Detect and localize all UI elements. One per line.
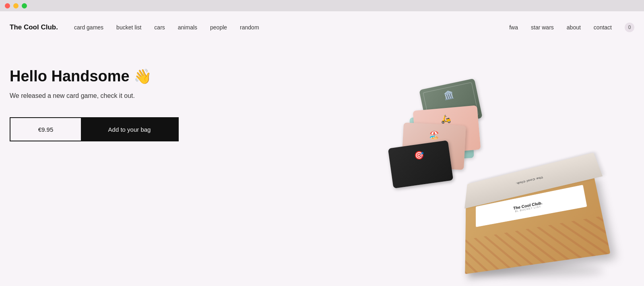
navbar: The Cool Club. card games bucket list ca… bbox=[0, 11, 644, 44]
nav-link-fwa[interactable]: fwa bbox=[509, 24, 518, 31]
close-button[interactable] bbox=[5, 3, 10, 8]
window-chrome bbox=[0, 0, 644, 11]
box-lid-text: The Cool Club. bbox=[516, 176, 543, 185]
box-lid: The Cool Club. bbox=[464, 153, 603, 209]
nav-link-contact[interactable]: contact bbox=[594, 24, 612, 31]
box-group: The Cool Club. BL BUCKET LIST The Cool C… bbox=[459, 164, 612, 277]
hero-title-text: Hello Handsome bbox=[10, 68, 130, 85]
cart-badge[interactable]: 0 bbox=[625, 23, 634, 32]
nav-link-about[interactable]: about bbox=[567, 24, 581, 31]
box-pattern bbox=[465, 216, 610, 274]
hero-section: Hello Handsome 👋 We released a new card … bbox=[0, 44, 644, 141]
hero-title: Hello Handsome 👋 bbox=[10, 68, 634, 85]
nav-left-links: card games bucket list cars animals peop… bbox=[74, 24, 259, 31]
wave-emoji: 👋 bbox=[134, 68, 152, 85]
nav-link-card-games[interactable]: card games bbox=[74, 24, 103, 31]
nav-link-animals[interactable]: animals bbox=[178, 24, 197, 31]
cart-count: 0 bbox=[628, 25, 631, 30]
box-label: The Cool Club. BL BUCKET LIST bbox=[476, 185, 587, 227]
cta-container: €9.95 Add to your bag bbox=[10, 117, 179, 141]
nav-link-people[interactable]: people bbox=[210, 24, 227, 31]
price-display: €9.95 bbox=[10, 118, 81, 141]
box-shadow bbox=[467, 265, 604, 277]
site-logo[interactable]: The Cool Club. bbox=[10, 23, 58, 31]
card-dark: 🎯 bbox=[388, 140, 453, 189]
nav-link-bucket-list[interactable]: bucket list bbox=[116, 24, 141, 31]
box-label-sub: BL BUCKET LIST bbox=[515, 205, 541, 213]
nav-link-random[interactable]: random bbox=[240, 24, 259, 31]
add-to-bag-button[interactable]: Add to your bag bbox=[81, 118, 178, 141]
main-content: The Cool Club. card games bucket list ca… bbox=[0, 11, 644, 286]
card-illustration-dark: 🎯 bbox=[414, 150, 425, 161]
nav-right-links: fwa star wars about contact 0 bbox=[509, 23, 634, 32]
nav-link-cars[interactable]: cars bbox=[154, 24, 165, 31]
box-main: The Cool Club. BL BUCKET LIST bbox=[465, 175, 610, 274]
hero-subtitle: We released a new card game, check it ou… bbox=[10, 92, 634, 99]
box-label-title: The Cool Club. bbox=[513, 201, 543, 211]
fullscreen-button[interactable] bbox=[22, 3, 27, 8]
minimize-button[interactable] bbox=[13, 3, 19, 8]
nav-link-star-wars[interactable]: star wars bbox=[531, 24, 554, 31]
